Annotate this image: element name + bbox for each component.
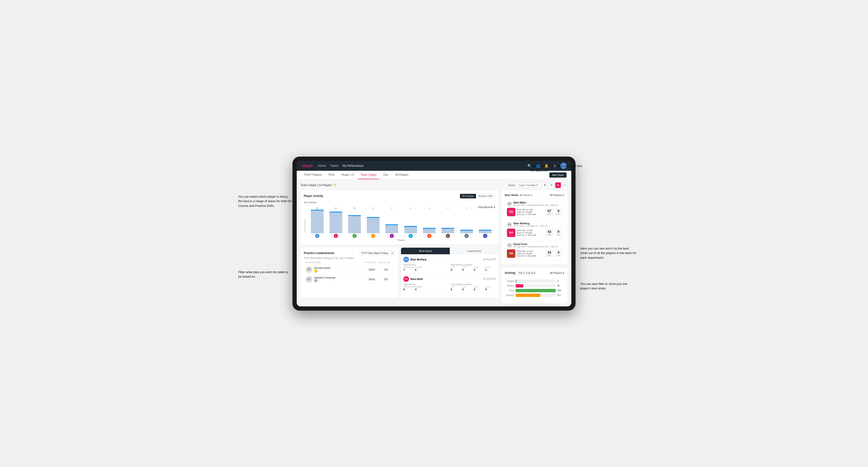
shot-player-row-2: BM Blair McHarg 23 Jul 2023 · Ashridge G… <box>507 222 562 227</box>
add-team-button[interactable]: Add Team <box>549 173 566 178</box>
content-area: Team Clippd | 14 Players ✏️ Show: Last 3… <box>297 180 571 306</box>
table-view-button[interactable]: ≡ <box>562 182 567 188</box>
leaderboard-subtitle: PUTT Must Make Putting (3-6 ft), Last 3 … <box>304 257 395 259</box>
on-course-toggle[interactable]: On Course <box>460 194 476 198</box>
putt-header-2: PUTT <box>485 286 496 288</box>
practice-activities-label: Total Practice Activities <box>451 264 496 266</box>
shot-player-name-2: Blair McHarg <box>514 222 548 225</box>
bar[interactable] <box>423 228 436 233</box>
subnav-pgat[interactable]: PGAT Players <box>302 171 325 179</box>
scoring-bar-count: 499 <box>557 289 564 292</box>
scoring-bar-row: Bogeys311 <box>505 294 564 297</box>
activity-player-header: BM Blair McHarg 26 Aug 2023 <box>403 257 496 262</box>
right-panel: Best Shots All Shots ▾ All Players ▾ <box>501 190 567 304</box>
leaderboard-row[interactable]: EC Edward Crossman 2 18/20 <box>304 274 395 284</box>
shot-stat-value-1: 67 <box>548 209 551 213</box>
bar-container <box>439 210 457 233</box>
shot-date-1: 09 Jun 2023 <box>514 204 525 206</box>
bar[interactable] <box>479 230 492 233</box>
bar[interactable] <box>348 215 361 233</box>
shot-player-name-1: Matt Miller <box>514 201 558 204</box>
total-rounds-group: Total Rounds Tournament 7 <box>403 264 449 271</box>
scoring-par-filter[interactable]: Par 3, 4 & 5s ▾ <box>517 271 537 275</box>
players-filter-dropdown[interactable]: All Players ▾ <box>550 194 564 197</box>
bottom-row: Practice Leaderboards PUTT Must Make Put… <box>301 248 499 298</box>
team-title: Team Clippd | 14 Players ✏️ <box>301 184 337 187</box>
bar-avatar: M <box>446 234 450 238</box>
scoring-bar-count: 3 <box>557 280 564 282</box>
shot-player-info-2: BM Blair McHarg 23 Jul 2023 · Ashridge G… <box>507 222 548 227</box>
bar-container <box>401 210 420 233</box>
bar-container <box>458 210 476 233</box>
scoring-players-dropdown[interactable]: All Players ▾ <box>550 272 564 275</box>
bar[interactable] <box>404 226 417 233</box>
bar-avatar: C <box>464 234 469 238</box>
bar-highlight <box>460 230 473 231</box>
player-activity-card: Player Activity On Course Practice Drill… <box>301 190 499 245</box>
chevron-down-icon: ▾ <box>392 252 393 254</box>
card-view-button[interactable]: ♥ <box>555 182 561 188</box>
shot-card-1[interactable]: MM Matt Miller 09 Jun 2023 · Royal North… <box>505 199 564 218</box>
activity-toggle: On Course Practice Drills <box>460 194 495 198</box>
leaderboard-filter-dropdown[interactable]: PUTT Must Make Putting ... ▾ <box>360 251 395 255</box>
show-controls: Show: Last 3 months ▾ ⊞ ☰ ♥ ≡ <box>508 182 567 188</box>
player-avatar: EC <box>306 276 312 283</box>
subnav-hcaps[interactable]: Hcaps 1-5 <box>338 171 357 179</box>
bar-group: 2R <box>476 207 494 238</box>
bar-value-label: 9 <box>373 207 374 209</box>
time-filter-dropdown[interactable]: Last 3 months ▾ <box>517 183 540 187</box>
tournament-val-2: 8 <box>403 288 415 291</box>
grid-view-button[interactable]: ⊞ <box>542 182 548 188</box>
shot-course-3: Royal North Devon GC <box>527 246 549 248</box>
least-active-tab[interactable]: Least Active <box>450 248 499 254</box>
scoring-card: Scoring Par 3, 4 & 5s ▾ All Players ▾ <box>501 268 567 304</box>
subnav-allplayers[interactable]: All Players <box>392 171 411 179</box>
bar-chart-area: 13M12B10F9C5E4B3B3M2C2R <box>307 210 495 238</box>
best-shots-tab[interactable]: Best Shots <box>505 194 518 196</box>
bar-value-label: 3 <box>447 207 448 209</box>
practice-val-2: 4 <box>415 288 426 291</box>
leaderboard-title: Practice Leaderboards <box>304 251 334 255</box>
shot-badge-num-2: 200 <box>509 231 513 234</box>
all-shots-tab[interactable]: All Shots ▾ <box>520 194 532 197</box>
subnav-pga[interactable]: PGA <box>326 171 337 179</box>
leaderboard-row[interactable]: RB Richard Butler 1 19/20 <box>304 264 395 274</box>
activity-player-name: Blair McHarg <box>410 258 427 261</box>
bar[interactable] <box>330 212 342 233</box>
bar[interactable] <box>311 210 323 233</box>
bar-highlight <box>348 215 361 216</box>
shot-stats-text-3: Shot Dist: 16 yds Start Lie: Rough End L… <box>517 250 544 257</box>
bar[interactable] <box>460 230 473 233</box>
player-activity-title: Player Activity <box>304 194 323 198</box>
shot-card-3[interactable]: DF David Ford 24 Aug 2023 · Royal North … <box>505 241 564 260</box>
list-view-button[interactable]: ☰ <box>549 182 554 188</box>
shot-details-1: 200 Shot Dist: 67 yds Start Lie: Rough E… <box>507 208 562 216</box>
bar-value-label: 5 <box>391 207 392 209</box>
bar[interactable] <box>385 224 398 233</box>
shot-stat-zero-unit-1: yds <box>557 213 560 215</box>
bar[interactable] <box>367 217 379 233</box>
bar-value-label: 2 <box>485 207 486 209</box>
scoring-bar-fill <box>516 294 540 297</box>
scoring-bar-fill <box>516 280 516 283</box>
shot-course-1: Royal North Devon GC <box>527 204 549 206</box>
edit-icon[interactable]: ✏️ <box>333 184 337 187</box>
nav-link-teams[interactable]: Teams <box>330 163 338 168</box>
shot-date-3: 24 Aug 2023 <box>514 246 526 248</box>
player-rank: 2 <box>314 279 335 282</box>
nav-link-home[interactable]: Home <box>318 163 326 168</box>
shot-card-2[interactable]: BM Blair McHarg 23 Jul 2023 · Ashridge G… <box>505 220 564 239</box>
practice-drills-toggle[interactable]: Practice Drills <box>476 194 495 198</box>
players-filter-value: All Players <box>550 194 562 196</box>
most-active-tab[interactable]: Most Active <box>401 248 450 254</box>
shot-stat-badge-1: 67 yds <box>545 208 554 216</box>
nav-link-myperformance[interactable]: My Performance <box>343 163 364 168</box>
shot-stat-zero-val-1: 0 <box>558 209 559 213</box>
activity-avatar: BM <box>403 257 409 262</box>
subnav-tour[interactable]: Tour <box>380 171 391 179</box>
player-name: Richard Butler <box>314 267 331 269</box>
bar[interactable] <box>441 228 454 233</box>
bar-value-label: 10 <box>353 207 356 209</box>
subnav-teamclippd[interactable]: Team Clippd <box>358 171 379 179</box>
scoring-bar-row: Eagles3 <box>505 280 564 283</box>
